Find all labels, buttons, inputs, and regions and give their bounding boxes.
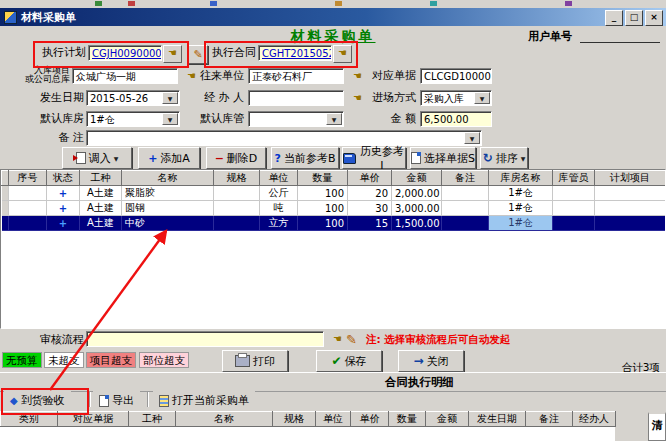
minus-icon: − <box>215 152 224 165</box>
exec-plan-label: 执行计划 <box>38 46 86 60</box>
contract-detail-title: 合同执行明细 <box>385 375 454 390</box>
contract-detail-bar: 合同执行明细 <box>0 372 666 392</box>
entry-mode-label: 进场方式 <box>370 91 416 105</box>
amount-label: 金 额 <box>370 112 416 126</box>
window-icon <box>4 11 17 24</box>
print-button[interactable]: 打印 <box>222 350 288 372</box>
table-row-selected[interactable]: + A土建 中砂 立方 100 15 1,500.00 1#仓 <box>2 216 666 231</box>
review-note: 注: 选择审核流程后可自动发起 <box>366 333 510 347</box>
window-titlebar: 材料采购单 <box>0 8 666 26</box>
remark-label: 备 注 <box>36 131 84 145</box>
history-ref-button[interactable]: 历史参考I <box>342 147 406 169</box>
counterpart-field[interactable]: 正泰砂石料厂 <box>248 68 344 84</box>
entry-mode-combo[interactable]: 采购入库 ▼ <box>420 90 492 106</box>
date-label: 发生日期 <box>36 91 84 105</box>
table-row[interactable]: + A土建 聚脂胶 公斤 100 20 2,000.00 1#仓 <box>2 186 666 201</box>
export-page-icon <box>99 395 109 407</box>
export-button[interactable]: 导出 <box>93 390 140 411</box>
legend-project-over: 项目超支 <box>86 352 136 368</box>
partial-overlay-window: 清 <box>648 412 666 441</box>
close-button[interactable]: × <box>645 10 663 26</box>
chevron-down-icon[interactable]: ▼ <box>474 92 490 104</box>
sort-button[interactable]: ↻ 排序 ▼ <box>480 147 528 169</box>
amount-field: 6,500.00 <box>420 111 492 127</box>
close-form-button[interactable]: → 关闭 <box>398 350 464 372</box>
add-button[interactable]: + 添加A <box>138 147 200 169</box>
exec-contract-label: 执行合同 <box>210 46 256 60</box>
pencil-icon: ✎ <box>193 48 202 61</box>
save-button[interactable]: ✔ 保存 <box>316 350 382 372</box>
book-icon <box>343 153 356 164</box>
exec-plan-field[interactable]: CGJH0090000014 <box>88 45 162 61</box>
check-icon: ✔ <box>331 354 341 368</box>
current-ref-button[interactable]: ? 当前参考B <box>271 147 339 169</box>
chevron-down-icon[interactable]: ▼ <box>162 113 178 125</box>
minimize-button[interactable]: _ <box>605 10 623 26</box>
project-label: 入库项目或公司总库 <box>8 66 70 84</box>
toolbar-separator <box>89 392 91 407</box>
grid-header-row: 序号状态 工种名称 规格单位 数量单价 金额备注 库房名称库管员 计划项目 <box>2 171 666 186</box>
status-plus-icon: + <box>47 216 80 231</box>
receive-goods-button[interactable]: ◆ 到货验收 <box>4 390 71 411</box>
contract-detail-grid[interactable]: 类别对应单据 工种名称 规格单位 单价数量 金额发生日期 备注经办人 <box>0 411 615 441</box>
select-doc-page-icon <box>411 152 421 164</box>
ref-doc-label: 对应单据 <box>370 69 416 83</box>
chevron-down-icon[interactable]: ▼ <box>162 92 178 104</box>
status-plus-icon: + <box>47 201 80 216</box>
material-purchase-window: 材料采购单 _ □ × 材料采购单 用户单号 执行计划 CGJH00900000… <box>0 0 666 441</box>
window-title: 材料采购单 <box>21 10 76 25</box>
keeper-combo[interactable]: ▼ <box>248 111 344 127</box>
user-no-label: 用户单号 <box>528 30 572 44</box>
open-po-page-icon <box>159 395 169 407</box>
counterpart-label: 往来单位 <box>198 69 244 83</box>
handler-field[interactable] <box>248 90 344 106</box>
question-cursor-icon: ? <box>275 152 281 165</box>
items-grid[interactable]: 序号状态 工种名称 规格单位 数量单价 金额备注 库房名称库管员 计划项目 + … <box>0 169 666 329</box>
load-page-icon <box>76 152 86 164</box>
status-plus-icon: + <box>47 186 80 201</box>
user-no-line <box>580 42 660 43</box>
exec-plan-lookup-hand-icon[interactable]: ☚ <box>163 45 182 63</box>
plus-icon: + <box>148 152 157 165</box>
keeper-label: 默认库管 <box>198 112 244 126</box>
ref-doc-field[interactable]: CLCGD100000029 <box>420 68 492 84</box>
exec-contract-lookup-hand-icon[interactable]: ☚ <box>333 45 352 63</box>
chevron-down-icon: ▼ <box>521 155 526 162</box>
legend-no-budget: 无预算 <box>2 352 42 368</box>
delete-button[interactable]: − 删除D <box>206 147 266 169</box>
review-flow-label: 审核流程 <box>36 333 84 347</box>
exit-arrow-icon: → <box>413 354 423 368</box>
review-pencil-icon[interactable]: ✎ <box>346 332 357 347</box>
edit-pencil-button[interactable]: ✎ <box>188 45 208 64</box>
diamond-icon: ◆ <box>10 395 18 406</box>
counterpart-lookup-hand-icon[interactable]: ☚ <box>348 68 367 86</box>
review-lookup-hand-icon[interactable]: ☚ <box>328 331 347 349</box>
printer-icon <box>235 355 250 367</box>
date-combo[interactable]: 2015-05-26 ▼ <box>86 90 180 106</box>
handler-label: 经 办 人 <box>198 91 244 105</box>
select-doc-button[interactable]: 选择单据S <box>410 147 476 169</box>
remark-combo[interactable]: ▼ <box>86 130 482 146</box>
review-flow-field[interactable] <box>86 331 324 347</box>
project-field[interactable]: 众城广场一期 <box>72 68 178 84</box>
chevron-down-icon[interactable]: ▼ <box>464 132 480 144</box>
chevron-down-icon[interactable]: ▼ <box>326 113 342 125</box>
legend-part-over: 部位超支 <box>139 352 189 368</box>
legend-not-over: 未超支 <box>44 352 84 368</box>
exec-contract-field[interactable]: CGHT2015052601 <box>258 45 332 61</box>
chevron-down-icon: ▼ <box>114 155 119 162</box>
open-current-po-button[interactable]: 打开当前采购单 <box>153 390 255 411</box>
warehouse-combo[interactable]: 1#仓 ▼ <box>86 111 180 127</box>
toolbar-separator <box>147 392 149 407</box>
maximize-button[interactable]: □ <box>625 10 643 26</box>
load-button[interactable]: 调入 ▼ <box>62 147 132 169</box>
sort-icon: ↻ <box>483 151 493 165</box>
table-row[interactable]: + A土建 圆钢 吨 100 30 3,000.00 1#仓 <box>2 201 666 216</box>
handler-lookup-hand-icon[interactable]: ☚ <box>348 90 367 108</box>
warehouse-label: 默认库房 <box>36 112 84 126</box>
bottom-grid-header-row: 类别对应单据 工种名称 规格单位 单价数量 金额发生日期 备注经办人 <box>1 412 616 427</box>
